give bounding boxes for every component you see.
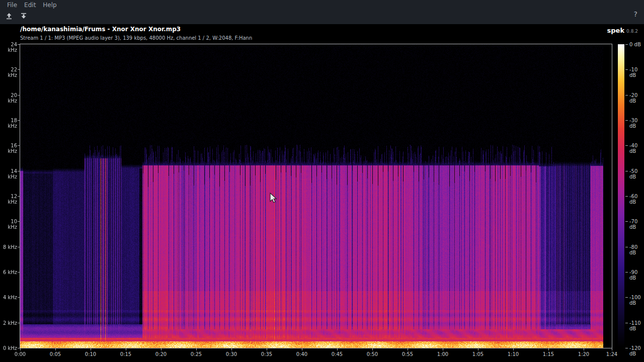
db-tick-label: -40 dB: [629, 143, 644, 154]
db-tick: [625, 196, 628, 197]
db-colorbar: [618, 44, 624, 348]
time-tick: [91, 348, 91, 350]
time-tick-label: 1:00: [437, 351, 448, 357]
time-tick-label: 0:30: [226, 351, 237, 357]
file-path-title: /home/kanashimia/Frums - Xnor Xnor Xnor.…: [20, 26, 181, 33]
app-version: 0.8.2: [626, 29, 638, 34]
freq-tick-label: 14 kHz: [0, 168, 17, 179]
open-file-button[interactable]: [5, 13, 14, 22]
spek-window: File Edit Help: [0, 0, 644, 362]
time-tick: [372, 348, 373, 350]
window-chrome: File Edit Help: [0, 0, 644, 24]
db-tick: [625, 221, 628, 222]
db-tick-label: -80 dB: [629, 244, 644, 255]
db-tick: [625, 348, 628, 348]
freq-tick: [18, 247, 20, 247]
db-tick: [625, 145, 628, 146]
app-version-badge: spek0.8.2: [607, 25, 638, 35]
freq-tick: [18, 221, 20, 222]
time-tick: [584, 348, 584, 350]
freq-tick-label: 6 kHz: [0, 269, 17, 275]
freq-tick: [18, 120, 20, 121]
time-tick-label: 0:05: [50, 351, 61, 357]
time-tick: [513, 348, 514, 350]
time-tick-label: 1:24: [606, 351, 617, 357]
db-tick: [625, 247, 628, 247]
time-tick-label: 1:15: [543, 351, 554, 357]
time-tick: [612, 348, 612, 350]
time-tick-label: 0:20: [155, 351, 167, 357]
db-tick-label: -10 dB: [629, 67, 644, 78]
menu-file[interactable]: File: [4, 2, 21, 9]
db-tick-label: -30 dB: [629, 118, 644, 129]
time-tick-label: 1:10: [508, 351, 519, 357]
freq-tick-label: 0 kHz: [0, 345, 17, 351]
db-tick: [625, 323, 628, 323]
freq-tick-label: 20 kHz: [0, 93, 17, 104]
db-tick-label: 0 dB: [629, 42, 641, 47]
db-tick-label: -90 dB: [629, 269, 644, 281]
time-tick: [196, 348, 197, 350]
db-tick-label: -60 dB: [629, 194, 644, 205]
freq-tick-label: 8 kHz: [0, 244, 17, 250]
time-tick-label: 1:20: [578, 351, 589, 357]
freq-tick: [18, 297, 20, 298]
freq-tick-label: 22 kHz: [0, 67, 17, 78]
db-tick: [625, 95, 628, 96]
spectrogram-canvas: [20, 44, 612, 348]
time-tick-label: 0:00: [15, 351, 26, 357]
time-tick-label: 0:35: [261, 351, 272, 357]
db-tick-label: -70 dB: [629, 219, 644, 230]
time-tick: [337, 348, 338, 350]
stream-info: Stream 1 / 1: MP3 (MPEG audio layer 3), …: [20, 35, 252, 41]
freq-tick-label: 18 kHz: [0, 118, 17, 129]
db-tick: [625, 171, 628, 171]
save-icon: [20, 12, 28, 22]
freq-tick: [18, 196, 20, 197]
freq-tick: [18, 69, 20, 70]
open-icon: [5, 12, 13, 22]
time-tick: [231, 348, 232, 350]
time-tick: [126, 348, 126, 350]
menu-help[interactable]: Help: [39, 2, 60, 9]
freq-tick: [18, 272, 20, 273]
time-tick: [302, 348, 302, 350]
time-tick: [20, 348, 21, 350]
db-tick: [625, 69, 628, 70]
time-tick-label: 0:25: [191, 351, 202, 357]
db-tick: [625, 120, 628, 121]
freq-tick: [18, 323, 20, 323]
time-tick-label: 1:05: [472, 351, 484, 357]
time-tick: [161, 348, 162, 350]
time-tick-label: 0:15: [120, 351, 131, 357]
time-tick: [443, 348, 443, 350]
help-icon[interactable]: ?: [634, 10, 637, 18]
db-tick-label: -20 dB: [629, 93, 644, 104]
time-tick-label: 0:10: [85, 351, 96, 357]
db-tick-label: -110 dB: [629, 320, 644, 331]
db-tick-label: -100 dB: [629, 295, 644, 306]
save-file-button[interactable]: [19, 13, 28, 22]
time-tick: [408, 348, 408, 350]
time-tick-label: 0:45: [332, 351, 343, 357]
menu-bar: File Edit Help: [0, 0, 60, 10]
freq-tick-label: 10 kHz: [0, 219, 17, 230]
freq-tick: [18, 95, 20, 96]
freq-tick-label: 16 kHz: [0, 143, 17, 154]
freq-tick-label: 12 kHz: [0, 194, 17, 205]
app-name: spek: [607, 27, 625, 34]
menu-edit[interactable]: Edit: [21, 2, 39, 9]
db-tick: [625, 272, 628, 273]
toolbar: [0, 10, 28, 24]
time-tick-label: 0:50: [367, 351, 378, 357]
freq-tick: [18, 44, 20, 45]
time-tick: [548, 348, 549, 350]
time-tick: [55, 348, 56, 350]
time-tick-label: 0:55: [402, 351, 413, 357]
freq-tick: [18, 145, 20, 146]
time-tick-label: 0:40: [296, 351, 307, 357]
freq-tick-label: 24 kHz: [0, 42, 17, 53]
db-tick-label: -50 dB: [629, 168, 644, 179]
freq-tick-label: 2 kHz: [0, 320, 17, 326]
db-tick-label: -120 dB: [629, 345, 644, 356]
